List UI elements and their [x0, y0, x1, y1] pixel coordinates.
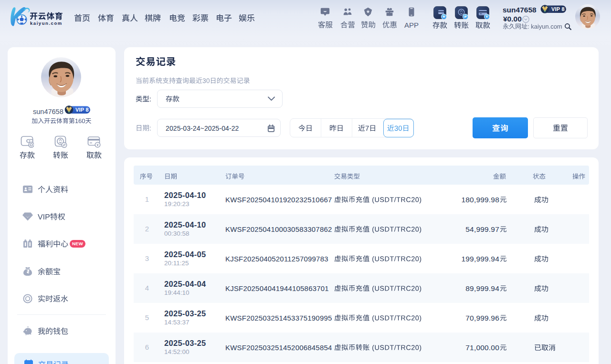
svg-text:VIP 8: VIP 8: [75, 107, 89, 113]
svg-text:VIP 8: VIP 8: [551, 6, 565, 12]
